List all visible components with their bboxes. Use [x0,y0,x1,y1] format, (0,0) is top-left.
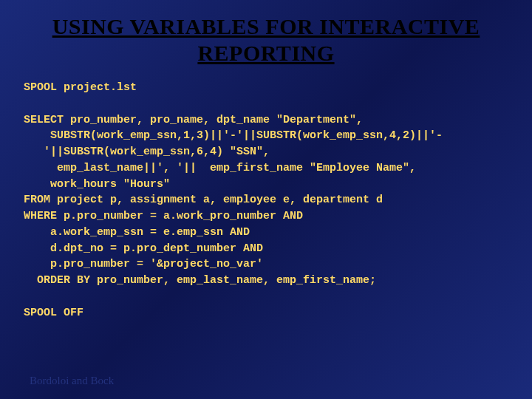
slide-title: USING VARIABLES FOR INTERACTIVE REPORTIN… [24,13,508,66]
sql-code-block: SPOOL project.lst SELECT pro_number, pro… [24,80,508,321]
footer-credit: Bordoloi and Bock [30,375,114,387]
